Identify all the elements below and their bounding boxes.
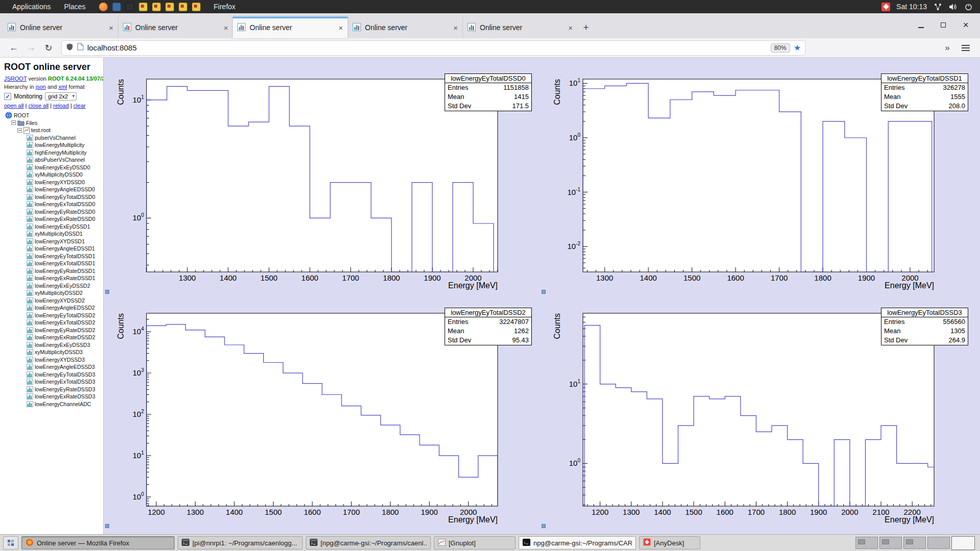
browser-tab[interactable]: Online server × bbox=[462, 17, 577, 38]
applications-menu[interactable]: Applications bbox=[7, 0, 56, 13]
taskbar-window-button[interactable]: [AnyDesk] bbox=[639, 536, 700, 549]
places-menu[interactable]: Places bbox=[59, 0, 91, 13]
tree-item-label[interactable]: lowEnergyEyRateDSSD3 bbox=[35, 386, 95, 392]
forward-button[interactable]: → bbox=[22, 40, 40, 56]
maximize-button[interactable] bbox=[932, 16, 954, 34]
firefox-launcher-icon[interactable] bbox=[99, 3, 108, 11]
pad-resize-handle[interactable] bbox=[105, 524, 109, 528]
tree-item-label[interactable]: lowEnergyExTotalDSSD2 bbox=[35, 319, 95, 325]
tree-item-label[interactable]: lowEnergyEyRateDSSD1 bbox=[35, 268, 95, 274]
tree-item-lowEnergyXYDSSD2[interactable]: lowEnergyXYDSSD2 bbox=[4, 297, 103, 305]
hamburger-menu-icon[interactable] bbox=[962, 47, 970, 48]
hierarchy-action-close-all[interactable]: close all bbox=[29, 103, 49, 109]
tree-item-label[interactable]: Files bbox=[26, 120, 37, 126]
tree-item-label[interactable]: lowEnergyEyTotalDSSD1 bbox=[35, 253, 95, 259]
tree-item-label[interactable]: lowEnergyChannelADC bbox=[35, 401, 91, 407]
tree-item-xyMultiplicityDSSD0[interactable]: xyMultiplicityDSSD0 bbox=[4, 171, 103, 179]
jsroot-link[interactable]: JSROOT bbox=[4, 76, 27, 82]
taskbar-window-button[interactable]: Online server — Mozilla Firefox bbox=[21, 536, 175, 549]
tree-item-lowEnergyEyRateDSSD2[interactable]: lowEnergyEyRateDSSD2 bbox=[4, 327, 103, 334]
tree-item-label[interactable]: highEnergyMultiplicity bbox=[35, 149, 87, 156]
tree-item-files[interactable]: Files bbox=[4, 119, 103, 127]
tree-item-lowEnergyMultiplicity[interactable]: lowEnergyMultiplicity bbox=[4, 141, 103, 149]
xml-link[interactable]: xml bbox=[58, 84, 67, 90]
json-link[interactable]: json bbox=[36, 84, 46, 90]
browser-tab[interactable]: Online server × bbox=[348, 17, 462, 38]
taskbar-window-button[interactable]: [pi@nnrpi1: ~/Programs/caenlogg... bbox=[178, 536, 303, 549]
tree-item-lowEnergyEyTotalDSSD0[interactable]: lowEnergyEyTotalDSSD0 bbox=[4, 193, 103, 201]
app-launcher-icon[interactable] bbox=[139, 3, 148, 11]
url-text[interactable]: localhost:8085 bbox=[87, 43, 767, 52]
pad-resize-handle[interactable] bbox=[542, 524, 546, 528]
tree-item-label[interactable]: lowEnergyEyTotalDSSD2 bbox=[35, 312, 95, 318]
tree-item-label[interactable]: lowEnergyMultiplicity bbox=[35, 142, 84, 148]
app-launcher-icon[interactable] bbox=[152, 3, 161, 11]
tab-close-icon[interactable]: × bbox=[224, 23, 228, 32]
tree-item-xyMultiplicityDSSD1[interactable]: xyMultiplicityDSSD1 bbox=[4, 230, 103, 238]
workspace-cell-3[interactable] bbox=[903, 537, 926, 549]
taskbar-window-button[interactable]: [npg@carme-gsi:~/Programs/caenl... bbox=[306, 536, 431, 549]
tree-item-label[interactable]: lowEnergyXYDSSD2 bbox=[35, 297, 85, 304]
tree-item-label[interactable]: absPulserVsChannel bbox=[35, 157, 85, 163]
tree-item-lowEnergyEyTotalDSSD2[interactable]: lowEnergyEyTotalDSSD2 bbox=[4, 312, 103, 319]
tree-item-label[interactable]: lowEnergyExEyDSSD3 bbox=[35, 342, 90, 348]
tree-item-label[interactable]: lowEnergyExRateDSSD3 bbox=[35, 393, 95, 399]
app-launcher-icon[interactable] bbox=[192, 3, 201, 11]
tree-item-label[interactable]: lowEnergyExRateDSSD2 bbox=[35, 334, 95, 340]
tab-close-icon[interactable]: × bbox=[568, 23, 573, 32]
collapse-icon[interactable] bbox=[11, 120, 16, 125]
tree-item-label[interactable]: lowEnergyAngleEDSSD1 bbox=[35, 245, 95, 252]
tree-item-lowEnergyAngleEDSSD0[interactable]: lowEnergyAngleEDSSD0 bbox=[4, 186, 103, 193]
tree-item-lowEnergyExEyDSSD2[interactable]: lowEnergyExEyDSSD2 bbox=[4, 282, 103, 290]
tree-item-label[interactable]: lowEnergyXYDSSD3 bbox=[35, 357, 85, 363]
zoom-level-badge[interactable]: 80% bbox=[771, 43, 790, 53]
tree-item-label[interactable]: xyMultiplicityDSSD3 bbox=[35, 349, 83, 355]
tree-item-label[interactable]: pulserVsChannel bbox=[35, 135, 76, 141]
tree-item-label[interactable]: lowEnergyEyRateDSSD0 bbox=[35, 209, 95, 215]
workspace-cell-1[interactable] bbox=[855, 537, 878, 549]
tree-item-lowEnergyXYDSSD1[interactable]: lowEnergyXYDSSD1 bbox=[4, 238, 103, 245]
tree-item-lowEnergyExEyDSSD0[interactable]: lowEnergyExEyDSSD0 bbox=[4, 164, 103, 171]
bookmark-star-icon[interactable]: ★ bbox=[794, 43, 801, 53]
clock[interactable]: Sat 10:13 bbox=[896, 3, 927, 11]
tree-item-lowEnergyExEyDSSD1[interactable]: lowEnergyExEyDSSD1 bbox=[4, 223, 103, 231]
hierarchy-action-open-all[interactable]: open all bbox=[4, 103, 24, 109]
tree-item-root[interactable]: ROOT bbox=[4, 112, 103, 119]
tree-item-lowEnergyEyRateDSSD0[interactable]: lowEnergyEyRateDSSD0 bbox=[4, 208, 103, 216]
tree-item-lowEnergyAngleEDSSD3[interactable]: lowEnergyAngleEDSSD3 bbox=[4, 363, 103, 371]
browser-tab[interactable]: Online server × bbox=[3, 17, 118, 38]
tree-item-lowEnergyExTotalDSSD0[interactable]: lowEnergyExTotalDSSD0 bbox=[4, 201, 103, 208]
stats-box[interactable]: lowEnergyEyTotalDSSD2 Entries32247807 Me… bbox=[445, 308, 532, 345]
tree-item-lowEnergyAngleEDSSD2[interactable]: lowEnergyAngleEDSSD2 bbox=[4, 304, 103, 312]
tree-item-lowEnergyXYDSSD0[interactable]: lowEnergyXYDSSD0 bbox=[4, 179, 103, 186]
tree-item-label[interactable]: lowEnergyXYDSSD0 bbox=[35, 179, 85, 185]
hierarchy-action-reload[interactable]: reload bbox=[53, 103, 69, 109]
tab-close-icon[interactable]: × bbox=[338, 23, 343, 32]
tree-item-label[interactable]: xyMultiplicityDSSD0 bbox=[35, 171, 83, 178]
back-button[interactable]: ← bbox=[5, 40, 22, 56]
tree-item-label[interactable]: lowEnergyEyTotalDSSD0 bbox=[35, 194, 95, 200]
tab-close-icon[interactable]: × bbox=[109, 23, 113, 32]
taskbar-window-button[interactable]: npg@carme-gsi:~/Programs/CAR... bbox=[519, 536, 636, 549]
tree-item-absPulserVsChannel[interactable]: absPulserVsChannel bbox=[4, 156, 103, 164]
workspace-cell-5[interactable] bbox=[951, 536, 975, 550]
tree-item-lowEnergyChannelADC[interactable]: lowEnergyChannelADC bbox=[4, 400, 103, 408]
tree-item-lowEnergyExTotalDSSD3[interactable]: lowEnergyExTotalDSSD3 bbox=[4, 378, 103, 386]
tree-item-lowEnergyExTotalDSSD2[interactable]: lowEnergyExTotalDSSD2 bbox=[4, 319, 103, 327]
stats-box[interactable]: lowEnergyEyTotalDSSD0 Entries1151858 Mea… bbox=[445, 73, 532, 111]
shield-icon[interactable] bbox=[66, 43, 74, 53]
power-icon[interactable] bbox=[964, 2, 973, 11]
tree-item-xyMultiplicityDSSD3[interactable]: xyMultiplicityDSSD3 bbox=[4, 348, 103, 356]
tree-item-lowEnergyExRateDSSD1[interactable]: lowEnergyExRateDSSD1 bbox=[4, 274, 103, 282]
tree-item-label[interactable]: lowEnergyXYDSSD1 bbox=[35, 238, 85, 244]
close-button[interactable]: × bbox=[954, 16, 977, 34]
tree-item-label[interactable]: lowEnergyAngleEDSSD3 bbox=[35, 364, 95, 370]
reload-button[interactable]: ↻ bbox=[40, 40, 57, 56]
tree-item-label[interactable]: lowEnergyExTotalDSSD0 bbox=[35, 201, 95, 207]
tree-item-lowEnergyAngleEDSSD1[interactable]: lowEnergyAngleEDSSD1 bbox=[4, 245, 103, 253]
tree-item-label[interactable]: lowEnergyEyTotalDSSD3 bbox=[35, 371, 95, 378]
minimize-button[interactable] bbox=[910, 16, 932, 34]
url-bar[interactable]: localhost:8085 80% ★ bbox=[61, 40, 805, 56]
tree-item-label[interactable]: lowEnergyAngleEDSSD2 bbox=[35, 305, 95, 311]
focused-app-name[interactable]: Firefox bbox=[214, 3, 236, 11]
